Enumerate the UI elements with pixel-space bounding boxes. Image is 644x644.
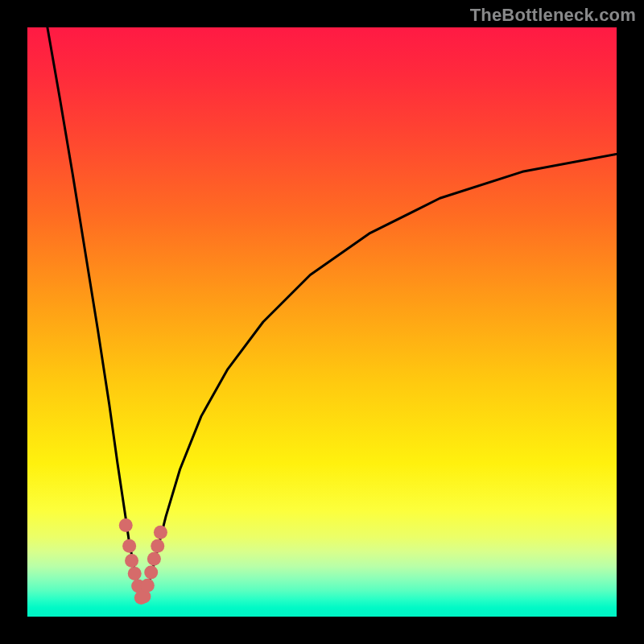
marker-points bbox=[119, 518, 167, 605]
marker-dot bbox=[141, 579, 155, 592]
marker-dot bbox=[154, 526, 167, 539]
curve-path bbox=[47, 27, 617, 602]
marker-dot bbox=[128, 567, 142, 580]
marker-dot bbox=[125, 554, 138, 568]
bottleneck-curve bbox=[47, 27, 617, 602]
watermark-text: TheBottleneck.com bbox=[470, 5, 636, 26]
marker-dot bbox=[119, 518, 133, 532]
marker-dot bbox=[147, 552, 161, 566]
marker-dot bbox=[122, 539, 136, 553]
plot-area bbox=[27, 27, 617, 617]
curve-layer bbox=[27, 27, 617, 617]
marker-dot bbox=[151, 539, 164, 553]
chart-container: TheBottleneck.com bbox=[0, 0, 644, 644]
marker-dot bbox=[144, 566, 158, 580]
